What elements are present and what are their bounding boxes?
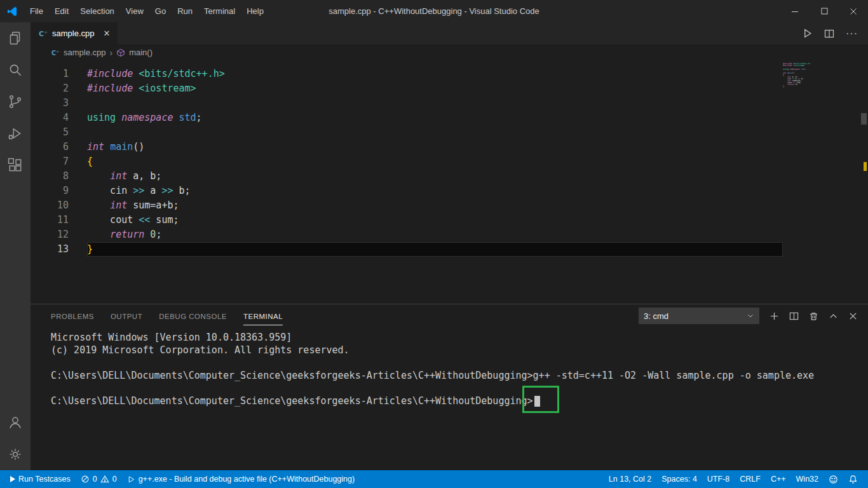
code-line-10[interactable]: 10 int sum=a+b; bbox=[31, 198, 868, 213]
settings-gear-icon[interactable] bbox=[0, 438, 31, 470]
panel-tabs: PROBLEMSOUTPUTDEBUG CONSOLETERMINAL bbox=[51, 307, 299, 325]
code-line-3[interactable]: 3 bbox=[31, 96, 868, 111]
panel-tab-debug-console[interactable]: DEBUG CONSOLE bbox=[159, 307, 227, 325]
account-icon[interactable] bbox=[0, 407, 31, 438]
source-control-icon[interactable] bbox=[0, 86, 31, 118]
cpp-file-icon: C++ bbox=[51, 48, 60, 57]
code-line-5[interactable]: 5 bbox=[31, 125, 868, 140]
terminal-select[interactable]: 3: cmd bbox=[639, 308, 759, 324]
code-text: using namespace std; bbox=[87, 111, 202, 125]
menu-run[interactable]: Run bbox=[172, 0, 198, 22]
chevron-down-icon bbox=[747, 312, 754, 320]
code-line-8[interactable]: 8 int a, b; bbox=[31, 169, 868, 184]
terminal-line: C:\Users\DELL\Documents\Computer_Science… bbox=[51, 369, 855, 382]
code-text: cin >> a >> b; bbox=[87, 184, 191, 198]
minimap[interactable]: #include <bits/stdc++.h>#include <iostre… bbox=[783, 63, 859, 96]
line-number: 12 bbox=[31, 227, 69, 242]
run-testcases-button[interactable]: Run Testcases bbox=[5, 470, 76, 488]
minimap-line: using namespace std; bbox=[783, 69, 806, 71]
feedback-smiley-icon[interactable] bbox=[824, 470, 843, 488]
status-ln-13-col-2[interactable]: Ln 13, Col 2 bbox=[604, 470, 656, 488]
annotation-highlight bbox=[522, 386, 559, 413]
explorer-icon[interactable] bbox=[0, 22, 31, 54]
terminal-select-value: 3: cmd bbox=[644, 311, 668, 321]
maximize-panel-icon[interactable] bbox=[829, 311, 838, 321]
errors-icon bbox=[81, 475, 90, 484]
run-debug-icon[interactable] bbox=[0, 118, 31, 149]
panel-header: PROBLEMSOUTPUTDEBUG CONSOLETERMINAL 3: c… bbox=[31, 304, 868, 327]
close-button[interactable] bbox=[839, 0, 868, 22]
code-line-6[interactable]: 6int main() bbox=[31, 140, 868, 154]
close-panel-icon[interactable] bbox=[848, 311, 858, 321]
code-line-7[interactable]: 7{ bbox=[31, 154, 868, 169]
code-line-9[interactable]: 9 cin >> a >> b; bbox=[31, 184, 868, 198]
minimize-button[interactable] bbox=[780, 0, 810, 22]
warnings-icon bbox=[100, 475, 109, 484]
maximize-button[interactable] bbox=[810, 0, 839, 22]
status-spaces-4[interactable]: Spaces: 4 bbox=[656, 470, 702, 488]
code-line-11[interactable]: 11 cout << sum; bbox=[31, 213, 868, 227]
menu-edit[interactable]: Edit bbox=[49, 0, 74, 22]
menu-go[interactable]: Go bbox=[149, 0, 172, 22]
window-title: sample.cpp - C++WithoutDebugging - Visua… bbox=[329, 6, 539, 16]
status-crlf[interactable]: CRLF bbox=[735, 470, 766, 488]
title-bar: FileEditSelectionViewGoRunTerminalHelp s… bbox=[0, 0, 868, 22]
menu-help[interactable]: Help bbox=[241, 0, 269, 22]
code-line-12[interactable]: 12 return 0; bbox=[31, 227, 868, 242]
line-number: 3 bbox=[31, 96, 69, 111]
minimap-line: #include <iostream> bbox=[783, 65, 806, 67]
panel-actions: 3: cmd bbox=[639, 308, 858, 324]
code-text: #include <iostream> bbox=[87, 81, 196, 96]
run-file-icon[interactable] bbox=[802, 28, 813, 39]
split-terminal-icon[interactable] bbox=[789, 311, 799, 321]
notifications-bell-icon[interactable] bbox=[843, 470, 863, 488]
breadcrumb-separator: › bbox=[109, 48, 112, 58]
terminal-line bbox=[51, 382, 855, 395]
editor-actions: ··· bbox=[802, 22, 868, 44]
line-number: 13 bbox=[31, 242, 69, 257]
extensions-icon[interactable] bbox=[0, 149, 31, 181]
menu-terminal[interactable]: Terminal bbox=[198, 0, 241, 22]
editor-scrollbar[interactable] bbox=[861, 113, 867, 125]
menu-file[interactable]: File bbox=[24, 0, 49, 22]
tab-close-icon[interactable]: ✕ bbox=[103, 29, 110, 38]
panel-tab-terminal[interactable]: TERMINAL bbox=[243, 307, 283, 325]
svg-text:++: ++ bbox=[56, 50, 60, 53]
line-number: 5 bbox=[31, 125, 69, 140]
new-terminal-icon[interactable] bbox=[770, 311, 779, 321]
menu-view[interactable]: View bbox=[120, 0, 149, 22]
cpp-file-icon: C++ bbox=[38, 29, 48, 39]
line-number: 4 bbox=[31, 111, 69, 125]
status-c++[interactable]: C++ bbox=[766, 470, 791, 488]
terminal[interactable]: Microsoft Windows [Version 10.0.18363.95… bbox=[31, 327, 868, 470]
code-text: } bbox=[87, 242, 93, 257]
code-editor[interactable]: 1#include <bits/stdc++.h>2#include <iost… bbox=[31, 60, 868, 304]
panel-tab-output[interactable]: OUTPUT bbox=[111, 307, 142, 325]
menu-selection[interactable]: Selection bbox=[74, 0, 119, 22]
line-number: 2 bbox=[31, 81, 69, 96]
code-line-13[interactable]: 13} bbox=[31, 242, 868, 257]
breadcrumb-symbol[interactable]: main() bbox=[129, 48, 153, 57]
symbol-method-icon bbox=[116, 48, 125, 57]
status-win32[interactable]: Win32 bbox=[791, 470, 824, 488]
code-text: int sum=a+b; bbox=[87, 198, 179, 213]
search-icon[interactable] bbox=[0, 54, 31, 86]
status-bar: Run Testcases 0 0 g++.exe - Build and de… bbox=[0, 470, 868, 488]
panel-tab-problems[interactable]: PROBLEMS bbox=[51, 307, 94, 325]
vscode-logo-icon bbox=[6, 6, 18, 17]
problems-indicator[interactable]: 0 0 bbox=[76, 470, 122, 488]
kill-terminal-icon[interactable] bbox=[809, 311, 818, 321]
code-line-2[interactable]: 2#include <iostream> bbox=[31, 81, 868, 96]
code-line-1[interactable]: 1#include <bits/stdc++.h> bbox=[31, 67, 868, 81]
code-line-4[interactable]: 4using namespace std; bbox=[31, 111, 868, 125]
tab-sample-cpp[interactable]: C++ sample.cpp ✕ bbox=[31, 22, 118, 44]
errors-count: 0 bbox=[93, 475, 97, 484]
status-utf-8[interactable]: UTF-8 bbox=[702, 470, 735, 488]
play-outline-icon bbox=[127, 475, 135, 484]
more-actions-icon[interactable]: ··· bbox=[846, 28, 858, 39]
workbench: C++ sample.cpp ✕ ··· C++ bbox=[0, 22, 868, 470]
split-editor-icon[interactable] bbox=[824, 29, 834, 39]
breadcrumb-file[interactable]: sample.cpp bbox=[64, 48, 105, 57]
svg-text:++: ++ bbox=[44, 30, 48, 35]
debug-status[interactable]: g++.exe - Build and debug active file (C… bbox=[122, 470, 360, 488]
